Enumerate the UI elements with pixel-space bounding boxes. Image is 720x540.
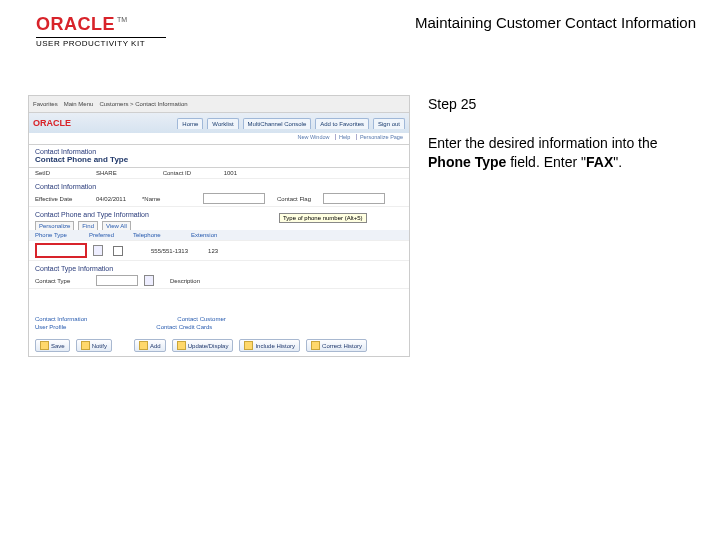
input-phone-type[interactable] [35,243,87,258]
correct-history-button[interactable]: Correct History [306,339,367,352]
grid-link-find[interactable]: Find [78,221,98,230]
link-contact-credit[interactable]: Contact Credit Cards [156,324,212,330]
label-contactflag: Contact Flag [277,196,317,202]
save-icon [40,341,49,350]
tab-worklist[interactable]: Worklist [207,118,238,129]
product-subline: USER PRODUCTIVITY KIT [36,39,186,48]
lookup-icon[interactable] [144,275,154,286]
link-user-profile[interactable]: User Profile [35,324,66,330]
brand-block: ORACLETM USER PRODUCTIVITY KIT [36,14,186,48]
value-effdate: 04/02/2011 [96,196,126,202]
link-help[interactable]: Help [335,134,350,140]
page-header: ORACLETM USER PRODUCTIVITY KIT Maintaini… [36,14,696,52]
tab-addfav[interactable]: Add to Favorites [315,118,369,129]
sub-contact-type: Contact Type Information [29,261,409,273]
instr-field: Phone Type [428,154,506,170]
instruction-panel: Step 25 Enter the desired information in… [428,95,688,357]
link-contact-info[interactable]: Contact Information [35,316,87,322]
main-area: Favorites Main Menu Customers > Contact … [28,95,688,357]
instr-mid: field. Enter " [506,154,586,170]
col-phone-type: Phone Type [35,232,83,238]
breadcrumb-favorites[interactable]: Favorites [33,101,58,107]
row-setid: SetID SHARE Contact ID 1001 [29,168,409,179]
save-button[interactable]: Save [35,339,70,352]
grid-link-viewall[interactable]: View All [102,221,131,230]
app-screenshot: Favorites Main Menu Customers > Contact … [28,95,410,357]
update-button[interactable]: Update/Display [172,339,234,352]
label-contactid: Contact ID [163,170,218,176]
correct-icon [311,341,320,350]
breadcrumb-path: Customers > Contact Information [99,101,187,107]
grid-link-personalize[interactable]: Personalize [35,221,74,230]
checkbox-preferred[interactable] [113,246,123,256]
row-name: Effective Date 04/02/2011 *Name Contact … [29,191,409,207]
input-contactflag[interactable] [323,193,385,204]
label-setid: SetID [35,170,90,176]
instr-value: FAX [586,154,613,170]
col-preferred: Preferred [89,232,127,238]
app-breadcrumb-bar: Favorites Main Menu Customers > Contact … [29,96,409,113]
add-icon [139,341,148,350]
tab-multichannel[interactable]: MultiChannel Console [243,118,312,129]
instruction-text: Enter the desired information into the P… [428,134,688,172]
step-label: Step 25 [428,95,688,114]
update-icon [177,341,186,350]
lookup-icon[interactable] [93,245,103,256]
phone-grid-header: Phone Type Preferred Telephone Extension [29,230,409,241]
link-contact-customer[interactable]: Contact Customer [177,316,225,322]
label-ct-description: Description [170,278,225,284]
oracle-logo: ORACLE [36,14,115,34]
breadcrumb-mainmenu[interactable]: Main Menu [64,101,94,107]
tab-signout[interactable]: Sign out [373,118,405,129]
action-button-bar: Save Notify Add Update/Display Include H… [35,339,367,352]
input-contact-type[interactable] [96,275,138,286]
notify-button[interactable]: Notify [76,339,112,352]
include-history-button[interactable]: Include History [239,339,300,352]
col-telephone: Telephone [133,232,185,238]
page-utility-links: New Window Help Personalize Page [29,133,409,145]
tooltip-phone-type: Type of phone number (Alt+5) [279,213,367,223]
history-icon [244,341,253,350]
tab-home[interactable]: Home [177,118,203,129]
section-breadcrumb: Contact Information [29,145,409,155]
col-extension: Extension [191,232,231,238]
logo-rule [36,37,166,38]
document-title: Maintaining Customer Contact Information [415,14,696,31]
label-name: *Name [142,196,197,202]
link-new-window[interactable]: New Window [297,134,329,140]
add-button[interactable]: Add [134,339,166,352]
contact-type-row: Contact Type Description [29,273,409,289]
app-menubar: ORACLE Home Worklist MultiChannel Consol… [29,113,409,133]
trademark: TM [117,16,127,23]
label-effdate: Effective Date [35,196,90,202]
link-personalize[interactable]: Personalize Page [356,134,403,140]
section-heading: Contact Phone and Type [29,155,409,168]
app-logo-mini: ORACLE [33,118,71,128]
value-setid: SHARE [96,170,117,176]
value-telephone: 555/551-1313 [151,248,188,254]
notify-icon [81,341,90,350]
input-name[interactable] [203,193,265,204]
menubar-tabs: Home Worklist MultiChannel Console Add t… [177,118,405,129]
value-extension: 123 [208,248,218,254]
label-contact-type: Contact Type [35,278,90,284]
instr-pre: Enter the desired information into the [428,135,658,151]
sub-contact-info: Contact Information [29,179,409,191]
phone-grid-row: 555/551-1313 123 [29,241,409,261]
instr-post: ". [613,154,622,170]
value-contactid: 1001 [224,170,237,176]
bottom-links: Contact Information Contact Customer Use… [35,316,403,332]
